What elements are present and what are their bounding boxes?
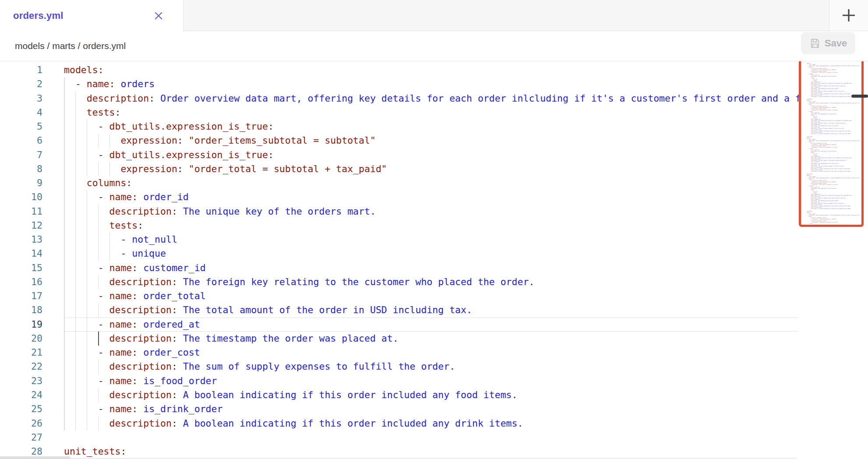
code-text: models: (64, 63, 104, 77)
indent-guide (64, 190, 65, 204)
new-tab-button[interactable] (829, 0, 868, 31)
code-text: expression: "order_items_subtotal = subt… (120, 134, 376, 148)
code-text: description: Order overview data mart, o… (87, 92, 807, 106)
indent-guide (64, 303, 65, 317)
indent-guide (64, 374, 65, 388)
indent-guide (98, 303, 99, 317)
line-number: 10 (0, 190, 42, 204)
code-line[interactable]: 23- name: is_food_order (0, 374, 868, 388)
indent-guide (75, 417, 76, 431)
code-line[interactable]: 1models: (0, 63, 868, 77)
indent-guide (87, 148, 88, 162)
indent-guide (98, 247, 99, 261)
line-number: 26 (0, 417, 42, 431)
indent-guide (75, 190, 76, 204)
code-line[interactable]: 3description: Order overview data mart, … (0, 92, 868, 106)
code-line[interactable]: 28unit_tests: (0, 445, 868, 459)
save-button[interactable]: Save (801, 32, 855, 54)
line-number: 12 (0, 219, 42, 233)
indent-guide (98, 417, 99, 431)
code-line[interactable]: 17- name: order_total (0, 289, 868, 303)
indent-guide (98, 205, 99, 219)
minimap-line: description: Order overview data mart, o… (807, 65, 860, 67)
indent-guide (75, 303, 76, 317)
code-line[interactable]: 18description: The total amount of the o… (0, 303, 868, 317)
code-line[interactable]: 12tests: (0, 219, 868, 233)
tab-orders-yml[interactable]: orders.yml (0, 0, 183, 31)
indent-guide (75, 92, 76, 106)
line-number: 8 (0, 162, 42, 176)
indent-guide (87, 134, 88, 148)
line-number: 2 (0, 77, 42, 91)
indent-guide (87, 360, 88, 374)
code-line[interactable]: 27 (0, 431, 868, 445)
tab-close-button[interactable] (152, 10, 165, 22)
code-text: description: The unique key of the order… (109, 205, 376, 219)
minimap-line: description: Order overview data mart, o… (807, 102, 860, 104)
indent-guide (87, 332, 88, 346)
indent-guide (87, 388, 88, 402)
indent-guide (87, 402, 88, 416)
editor[interactable]: 1models:2- name: orders3description: Ord… (0, 61, 868, 459)
code-text: - name: customer_id (98, 261, 206, 275)
indent-guide (64, 233, 65, 247)
line-number: 1 (0, 63, 42, 77)
code-line[interactable]: 13- not_null (0, 233, 868, 247)
code-line[interactable]: 26description: A boolean indicating if t… (0, 417, 868, 431)
code-line[interactable]: 7- dbt_utils.expression_is_true: (0, 148, 868, 162)
indent-guide (64, 106, 65, 120)
code-line[interactable]: 9columns: (0, 176, 868, 190)
code-line[interactable]: 21- name: order_cost (0, 346, 868, 360)
code-text: - name: order_cost (98, 346, 200, 360)
minimap-line: description: Order overview data mart, o… (807, 177, 860, 179)
indent-guide (64, 275, 65, 289)
code-line[interactable]: 16description: The foreign key relating … (0, 275, 868, 289)
indent-guide (64, 360, 65, 374)
code-text: tests: (109, 219, 144, 233)
breadcrumb: models / marts / orders.yml (15, 41, 126, 51)
indent-guide (75, 402, 76, 416)
code-line[interactable]: 19- name: ordered_at (0, 318, 868, 332)
indent-guide (87, 374, 88, 388)
line-number: 5 (0, 120, 42, 134)
indent-guide (64, 417, 65, 431)
line-number: 13 (0, 233, 42, 247)
indent-guide (75, 176, 76, 190)
indent-guide (87, 261, 88, 275)
code-line[interactable]: 24description: A boolean indicating if t… (0, 388, 868, 402)
code-line[interactable]: 6expression: "order_items_subtotal = sub… (0, 134, 868, 148)
minimap[interactable]: models: - name: orders description: Orde… (799, 58, 864, 227)
line-number: 17 (0, 289, 42, 303)
tab-bar: orders.yml (0, 0, 868, 31)
code-line[interactable]: 15- name: customer_id (0, 261, 868, 275)
indent-guide (98, 134, 99, 148)
code-line[interactable]: 20description: The timestamp the order w… (0, 332, 868, 346)
indent-guide (98, 219, 99, 233)
indent-guide (75, 332, 76, 346)
line-number: 24 (0, 388, 42, 402)
code-text: - name: orders (75, 77, 155, 91)
line-number: 3 (0, 92, 42, 106)
horizontal-scrollbar-thumb[interactable] (0, 456, 70, 459)
indent-guide (98, 360, 99, 374)
code-line[interactable]: 10- name: order_id (0, 190, 868, 204)
code-line[interactable]: 14- unique (0, 247, 868, 261)
indent-guide (98, 233, 99, 247)
code-line[interactable]: 22description: The sum of supply expense… (0, 360, 868, 374)
code-text: - name: is_food_order (98, 374, 217, 388)
indent-guide (109, 233, 110, 247)
line-number: 22 (0, 360, 42, 374)
minimap-line: description: Order overview data mart, o… (807, 215, 860, 216)
minimap-scroll-handle[interactable] (851, 95, 868, 98)
code-line[interactable]: 2- name: orders (0, 77, 868, 91)
code-text: - dbt_utils.expression_is_true: (98, 120, 274, 134)
code-text: columns: (87, 176, 132, 190)
code-line[interactable]: 8expression: "order_total = subtotal + t… (0, 162, 868, 176)
code-line[interactable]: 4tests: (0, 106, 868, 120)
indent-guide (75, 148, 76, 162)
code-line[interactable]: 5- dbt_utils.expression_is_true: (0, 120, 868, 134)
code-line[interactable]: 11description: The unique key of the ord… (0, 205, 868, 219)
code-line[interactable]: 25- name: is_drink_order (0, 402, 868, 416)
indent-guide (64, 120, 65, 134)
indent-guide (75, 233, 76, 247)
